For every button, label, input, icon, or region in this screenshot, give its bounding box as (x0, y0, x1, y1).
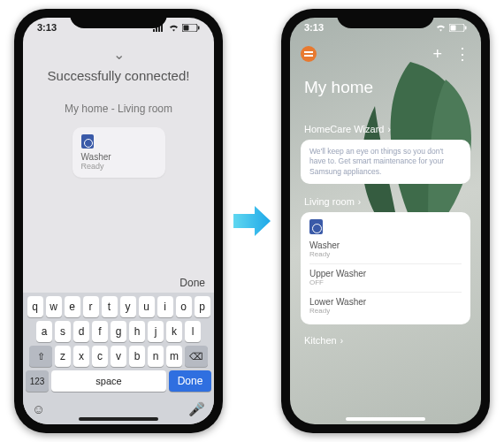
key-o[interactable]: o (176, 296, 192, 317)
keyboard-row-1: qwertyuiop (26, 296, 211, 317)
key-b[interactable]: b (129, 346, 145, 367)
device-status: Ready (309, 250, 462, 258)
key-c[interactable]: c (92, 346, 108, 367)
add-icon[interactable]: + (432, 45, 442, 64)
keyboard-done-top[interactable]: Done (179, 277, 205, 289)
svg-rect-5 (184, 25, 189, 30)
emoji-icon[interactable]: ☺ (32, 401, 45, 417)
key-l[interactable]: l (185, 321, 201, 342)
key-y[interactable]: y (120, 296, 136, 317)
key-space[interactable]: space (51, 370, 166, 392)
section-label: Kitchen (304, 335, 337, 346)
screen-left: 3:13 ⌄ Successfully connected! My home -… (23, 18, 214, 424)
key-f[interactable]: f (92, 321, 108, 342)
key-n[interactable]: n (148, 346, 164, 367)
key-done[interactable]: Done (169, 370, 211, 392)
keyboard-row-3: ⇧zxcvbnm⌫ (26, 346, 211, 367)
device-name: Washer (309, 240, 462, 250)
phone-left: 3:13 ⌄ Successfully connected! My home -… (14, 9, 223, 433)
key-x[interactable]: x (73, 346, 89, 367)
device-card[interactable]: Washer Ready (73, 127, 165, 178)
wifi-icon (435, 24, 447, 32)
status-time: 3:13 (37, 22, 57, 33)
chevron-right-icon: › (340, 336, 343, 346)
wizard-card[interactable]: We'll keep an eye on things so you don't… (301, 140, 470, 184)
key-e[interactable]: e (65, 296, 80, 317)
key-d[interactable]: d (73, 321, 89, 342)
key-backspace[interactable]: ⌫ (185, 346, 208, 367)
mic-icon[interactable]: 🎤 (188, 401, 205, 417)
device-row[interactable]: Upper WasherOFF (309, 263, 462, 289)
success-title: Successfully connected! (23, 68, 214, 83)
key-shift[interactable]: ⇧ (29, 346, 52, 367)
device-name: Washer (81, 152, 157, 162)
menu-icon[interactable] (301, 46, 317, 62)
washer-icon (309, 219, 323, 234)
key-p[interactable]: p (195, 296, 210, 317)
device-status: Ready (309, 307, 462, 315)
device-name: Upper Washer (309, 269, 462, 278)
key-h[interactable]: h (129, 321, 145, 342)
device-row[interactable]: Lower WasherReady (309, 292, 462, 317)
chevron-right-icon: › (358, 197, 361, 207)
location-subtitle: My home - Living room (23, 103, 214, 115)
success-panel: ⌄ Successfully connected! My home - Livi… (23, 18, 214, 178)
key-123[interactable]: 123 (26, 370, 49, 392)
wifi-icon (168, 24, 179, 32)
phone-right: 3:13 + ⋮ My home HomeCare Wizard › We'll… (281, 9, 490, 433)
home-indicator[interactable] (346, 417, 425, 421)
battery-icon (449, 24, 467, 32)
wizard-text: We'll keep an eye on things so you don't… (309, 147, 444, 176)
section-kitchen[interactable]: Kitchen › (290, 335, 481, 351)
status-time: 3:13 (304, 22, 324, 33)
washer-icon (81, 134, 94, 149)
key-s[interactable]: s (55, 321, 71, 342)
notch (70, 9, 167, 28)
arrow-icon (232, 201, 272, 241)
key-t[interactable]: t (102, 296, 118, 317)
key-v[interactable]: v (111, 346, 126, 367)
screen-right: 3:13 + ⋮ My home HomeCare Wizard › We'll… (290, 18, 481, 424)
section-label: HomeCare Wizard (304, 124, 384, 134)
svg-marker-7 (233, 206, 271, 236)
section-homecare[interactable]: HomeCare Wizard › (290, 124, 481, 140)
key-q[interactable]: q (27, 296, 43, 317)
svg-rect-10 (465, 26, 467, 29)
home-indicator[interactable] (79, 417, 158, 421)
key-g[interactable]: g (111, 321, 126, 342)
section-living-room[interactable]: Living room › (290, 196, 481, 212)
section-label: Living room (304, 196, 355, 207)
device-name: Lower Washer (309, 297, 462, 307)
notch (337, 9, 434, 28)
svg-rect-9 (451, 25, 456, 30)
key-j[interactable]: j (148, 321, 164, 342)
device-status: Ready (81, 162, 157, 171)
key-a[interactable]: a (36, 321, 52, 342)
key-k[interactable]: k (166, 321, 182, 342)
device-card[interactable]: WasherReadyUpper WasherOFFLower WasherRe… (301, 212, 470, 324)
device-row[interactable]: WasherReady (309, 238, 462, 261)
more-icon[interactable]: ⋮ (454, 44, 470, 64)
key-u[interactable]: u (139, 296, 155, 317)
keyboard[interactable]: Done qwertyuiop asdfghjkl ⇧zxcvbnm⌫ 123 … (23, 273, 214, 424)
battery-icon (182, 24, 200, 32)
home-title: My home (290, 64, 481, 124)
chevron-right-icon: › (387, 125, 390, 134)
chevron-down-icon[interactable]: ⌄ (23, 46, 214, 63)
svg-rect-0 (153, 29, 155, 32)
key-r[interactable]: r (83, 296, 99, 317)
key-i[interactable]: i (157, 296, 173, 317)
svg-rect-6 (198, 26, 200, 29)
key-m[interactable]: m (166, 346, 182, 367)
key-w[interactable]: w (46, 296, 62, 317)
status-icons (435, 22, 467, 33)
key-z[interactable]: z (55, 346, 71, 367)
keyboard-row-2: asdfghjkl (26, 321, 211, 342)
device-status: OFF (309, 278, 462, 286)
